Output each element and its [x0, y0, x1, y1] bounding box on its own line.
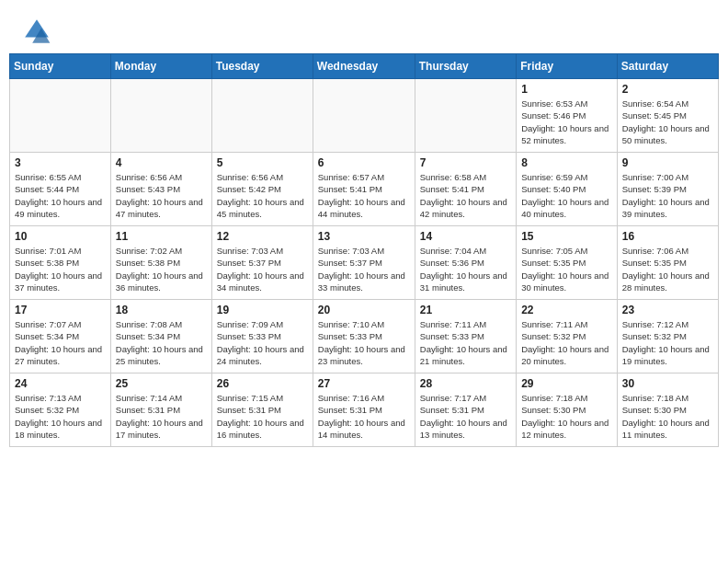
logo-icon [22, 17, 51, 46]
day-info: Sunrise: 7:03 AMSunset: 5:37 PMDaylight:… [217, 245, 308, 293]
calendar-cell: 9Sunrise: 7:00 AMSunset: 5:39 PMDaylight… [617, 153, 718, 226]
calendar-cell: 20Sunrise: 7:10 AMSunset: 5:33 PMDayligh… [313, 300, 415, 373]
calendar-week-row: 10Sunrise: 7:01 AMSunset: 5:38 PMDayligh… [10, 226, 719, 300]
day-number: 2 [622, 83, 713, 96]
day-info: Sunrise: 6:55 AMSunset: 5:44 PMDaylight:… [15, 171, 106, 220]
day-info: Sunrise: 6:56 AMSunset: 5:43 PMDaylight:… [116, 171, 207, 220]
day-info: Sunrise: 7:17 AMSunset: 5:31 PMDaylight:… [420, 392, 511, 441]
calendar-cell: 25Sunrise: 7:14 AMSunset: 5:31 PMDayligh… [110, 373, 211, 447]
calendar-week-row: 3Sunrise: 6:55 AMSunset: 5:44 PMDaylight… [10, 153, 719, 226]
day-number: 26 [217, 377, 308, 390]
day-info: Sunrise: 6:58 AMSunset: 5:41 PMDaylight:… [420, 171, 511, 220]
day-number: 6 [318, 156, 410, 169]
day-info: Sunrise: 7:12 AMSunset: 5:32 PMDaylight:… [622, 318, 713, 367]
day-info: Sunrise: 7:04 AMSunset: 5:36 PMDaylight:… [420, 245, 511, 293]
day-number: 3 [15, 156, 106, 169]
day-info: Sunrise: 7:18 AMSunset: 5:30 PMDaylight:… [622, 392, 713, 441]
day-info: Sunrise: 7:15 AMSunset: 5:31 PMDaylight:… [217, 392, 308, 441]
day-info: Sunrise: 7:13 AMSunset: 5:32 PMDaylight:… [15, 392, 106, 441]
day-info: Sunrise: 7:02 AMSunset: 5:38 PMDaylight:… [116, 245, 207, 293]
calendar-cell: 3Sunrise: 6:55 AMSunset: 5:44 PMDaylight… [10, 153, 111, 226]
calendar-cell: 6Sunrise: 6:57 AMSunset: 5:41 PMDaylight… [313, 153, 415, 226]
day-number: 28 [420, 377, 511, 390]
day-number: 4 [116, 156, 207, 169]
calendar-cell: 27Sunrise: 7:16 AMSunset: 5:31 PMDayligh… [313, 373, 415, 447]
day-number: 18 [116, 304, 207, 316]
calendar-day-header: Saturday [617, 54, 718, 79]
day-number: 7 [420, 156, 511, 169]
calendar-header-row: SundayMondayTuesdayWednesdayThursdayFrid… [10, 54, 719, 79]
day-number: 9 [622, 156, 713, 169]
day-number: 19 [217, 304, 308, 316]
day-number: 8 [521, 156, 612, 169]
svg-marker-0 [25, 19, 49, 37]
calendar-cell: 8Sunrise: 6:59 AMSunset: 5:40 PMDaylight… [517, 153, 618, 226]
day-info: Sunrise: 6:59 AMSunset: 5:40 PMDaylight:… [521, 171, 612, 220]
page: SundayMondayTuesdayWednesdayThursdayFrid… [0, 0, 728, 563]
day-number: 25 [116, 377, 207, 390]
day-number: 27 [318, 377, 410, 390]
day-info: Sunrise: 7:09 AMSunset: 5:33 PMDaylight:… [217, 318, 308, 367]
day-info: Sunrise: 7:05 AMSunset: 5:35 PMDaylight:… [521, 245, 612, 293]
calendar-cell: 19Sunrise: 7:09 AMSunset: 5:33 PMDayligh… [211, 300, 313, 373]
day-info: Sunrise: 7:11 AMSunset: 5:32 PMDaylight:… [521, 318, 612, 367]
calendar-cell: 28Sunrise: 7:17 AMSunset: 5:31 PMDayligh… [415, 373, 516, 447]
day-number: 14 [420, 230, 511, 243]
day-number: 16 [622, 230, 713, 243]
day-info: Sunrise: 7:11 AMSunset: 5:33 PMDaylight:… [420, 318, 511, 367]
calendar-cell: 4Sunrise: 6:56 AMSunset: 5:43 PMDaylight… [110, 153, 211, 226]
day-number: 5 [217, 156, 308, 169]
header [0, 0, 728, 53]
calendar-day-header: Monday [110, 54, 211, 79]
calendar-day-header: Wednesday [313, 54, 415, 79]
calendar-cell: 10Sunrise: 7:01 AMSunset: 5:38 PMDayligh… [10, 226, 111, 300]
calendar-day-header: Tuesday [211, 54, 313, 79]
calendar-day-header: Thursday [415, 54, 516, 79]
calendar-cell: 7Sunrise: 6:58 AMSunset: 5:41 PMDaylight… [415, 153, 516, 226]
day-number: 23 [622, 304, 713, 316]
calendar-week-row: 17Sunrise: 7:07 AMSunset: 5:34 PMDayligh… [10, 300, 719, 373]
day-info: Sunrise: 7:00 AMSunset: 5:39 PMDaylight:… [622, 171, 713, 220]
calendar-day-header: Friday [517, 54, 618, 79]
day-info: Sunrise: 6:57 AMSunset: 5:41 PMDaylight:… [318, 171, 410, 220]
calendar-cell: 1Sunrise: 6:53 AMSunset: 5:46 PMDaylight… [517, 79, 618, 153]
calendar-cell [211, 79, 313, 153]
calendar-cell: 29Sunrise: 7:18 AMSunset: 5:30 PMDayligh… [517, 373, 618, 447]
calendar-cell [415, 79, 516, 153]
calendar-cell: 26Sunrise: 7:15 AMSunset: 5:31 PMDayligh… [211, 373, 313, 447]
calendar-cell: 11Sunrise: 7:02 AMSunset: 5:38 PMDayligh… [110, 226, 211, 300]
day-info: Sunrise: 6:56 AMSunset: 5:42 PMDaylight:… [217, 171, 308, 220]
day-number: 10 [15, 230, 106, 243]
day-number: 22 [521, 304, 612, 316]
calendar-cell: 21Sunrise: 7:11 AMSunset: 5:33 PMDayligh… [415, 300, 516, 373]
day-info: Sunrise: 7:07 AMSunset: 5:34 PMDaylight:… [15, 318, 106, 367]
logo [22, 17, 55, 46]
day-number: 21 [420, 304, 511, 316]
calendar-cell: 17Sunrise: 7:07 AMSunset: 5:34 PMDayligh… [10, 300, 111, 373]
day-number: 24 [15, 377, 106, 390]
day-info: Sunrise: 7:10 AMSunset: 5:33 PMDaylight:… [318, 318, 410, 367]
day-number: 29 [521, 377, 612, 390]
day-info: Sunrise: 7:06 AMSunset: 5:35 PMDaylight:… [622, 245, 713, 293]
calendar-day-header: Sunday [10, 54, 111, 79]
day-number: 1 [521, 83, 612, 96]
calendar-wrapper: SundayMondayTuesdayWednesdayThursdayFrid… [0, 53, 728, 456]
calendar-table: SundayMondayTuesdayWednesdayThursdayFrid… [9, 53, 719, 447]
day-number: 30 [622, 377, 713, 390]
day-info: Sunrise: 7:03 AMSunset: 5:37 PMDaylight:… [318, 245, 410, 293]
day-number: 15 [521, 230, 612, 243]
calendar-cell: 14Sunrise: 7:04 AMSunset: 5:36 PMDayligh… [415, 226, 516, 300]
calendar-cell: 12Sunrise: 7:03 AMSunset: 5:37 PMDayligh… [211, 226, 313, 300]
day-info: Sunrise: 6:53 AMSunset: 5:46 PMDaylight:… [521, 98, 612, 146]
calendar-cell: 16Sunrise: 7:06 AMSunset: 5:35 PMDayligh… [617, 226, 718, 300]
calendar-cell: 5Sunrise: 6:56 AMSunset: 5:42 PMDaylight… [211, 153, 313, 226]
calendar-week-row: 1Sunrise: 6:53 AMSunset: 5:46 PMDaylight… [10, 79, 719, 153]
day-info: Sunrise: 7:01 AMSunset: 5:38 PMDaylight:… [15, 245, 106, 293]
calendar-week-row: 24Sunrise: 7:13 AMSunset: 5:32 PMDayligh… [10, 373, 719, 447]
day-info: Sunrise: 6:54 AMSunset: 5:45 PMDaylight:… [622, 98, 713, 146]
calendar-cell: 30Sunrise: 7:18 AMSunset: 5:30 PMDayligh… [617, 373, 718, 447]
day-number: 11 [116, 230, 207, 243]
day-info: Sunrise: 7:14 AMSunset: 5:31 PMDaylight:… [116, 392, 207, 441]
day-number: 17 [15, 304, 106, 316]
calendar-cell: 24Sunrise: 7:13 AMSunset: 5:32 PMDayligh… [10, 373, 111, 447]
